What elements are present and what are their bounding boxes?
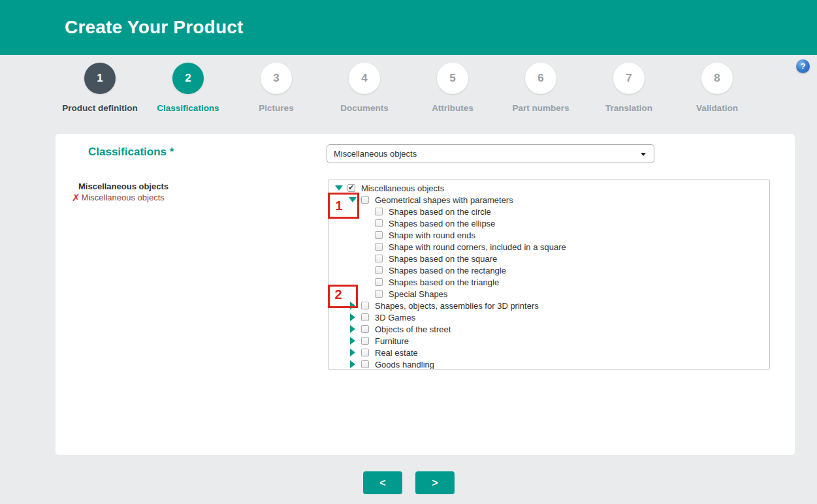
tree-node-label: Shapes based on the ellipse: [389, 219, 495, 228]
tree-row[interactable]: Miscellaneous objects: [328, 182, 769, 194]
next-step-button[interactable]: >: [415, 471, 455, 494]
stepper-step-validation[interactable]: 8 Validation: [675, 63, 760, 113]
tree-toggle-icon: [362, 266, 370, 274]
step-number-badge[interactable]: 2: [172, 63, 204, 94]
tree-toggle-icon: [362, 255, 370, 262]
tree-node-label: Goods handling: [375, 360, 434, 370]
tree-row[interactable]: Shapes based on the triangle: [328, 276, 769, 288]
classification-select[interactable]: Miscellaneous objects: [327, 144, 654, 163]
tree-row[interactable]: Objects of the street: [328, 323, 769, 335]
tree-checkbox[interactable]: [361, 325, 369, 333]
selected-classification-item[interactable]: ✗ Miscellaneous objects: [72, 193, 165, 202]
step-label: Validation: [675, 103, 760, 113]
tree-checkbox[interactable]: [375, 278, 383, 286]
tree-checkbox[interactable]: [375, 266, 383, 274]
step-number-badge[interactable]: 4: [349, 63, 380, 94]
previous-step-button[interactable]: <: [363, 471, 402, 494]
tree-node-label: Shape with round ends: [389, 230, 475, 240]
tree-checkbox[interactable]: [361, 302, 369, 309]
tree-collapsed-arrow-icon: [350, 349, 355, 356]
step-number-badge[interactable]: 5: [437, 63, 468, 94]
tree-toggle-icon[interactable]: [349, 337, 357, 345]
tree-row[interactable]: Shape with round ends: [328, 229, 769, 241]
tree-toggle-icon[interactable]: [349, 313, 357, 321]
tree-node-label: Shapes, objects, assemblies for 3D print…: [375, 301, 539, 311]
stepper-step-attributes[interactable]: 5 Attributes: [410, 63, 495, 113]
tree-row[interactable]: Shapes based on the rectangle: [328, 264, 769, 276]
tree-toggle-icon[interactable]: [335, 184, 343, 192]
page-header: Create Your Product: [0, 0, 817, 55]
select-dropdown-arrow-icon: [641, 153, 646, 156]
tree-checkbox[interactable]: [375, 231, 383, 239]
tree-node-label: Shapes based on the rectangle: [389, 266, 506, 276]
remove-classification-icon[interactable]: ✗: [72, 193, 80, 202]
tree-toggle-icon: [362, 231, 370, 239]
tree-toggle-icon: [362, 290, 370, 298]
stepper-step-product-definition[interactable]: 1 Product definition: [57, 63, 142, 113]
classification-select-value: Miscellaneous objects: [334, 149, 417, 159]
tree-collapsed-arrow-icon: [350, 325, 355, 333]
tree-row[interactable]: Furniture: [328, 335, 769, 347]
section-title: Classifications *: [88, 146, 174, 159]
tree-checkbox[interactable]: [375, 243, 383, 251]
step-label: Classifications: [146, 103, 231, 113]
tree-node-label: Miscellaneous objects: [361, 183, 444, 193]
tree-row[interactable]: Geometrical shapes with parameters: [328, 194, 769, 206]
tree-row[interactable]: 3D Games: [328, 311, 769, 323]
tree-checkbox[interactable]: [375, 219, 383, 227]
tree-toggle-icon[interactable]: [349, 325, 357, 333]
tree-checkbox[interactable]: [375, 255, 383, 262]
tree-checkbox[interactable]: [347, 184, 355, 192]
classification-tree: Miscellaneous objects Geometrical shapes…: [328, 180, 770, 370]
tree-checkbox[interactable]: [361, 196, 369, 204]
wizard-stepper: 1 Product definition 2 Classifications 3…: [0, 63, 817, 125]
tree-row[interactable]: Shape with round corners, included in a …: [328, 241, 769, 253]
step-number-badge[interactable]: 1: [84, 63, 116, 94]
tree-node-label: Geometrical shapes with parameters: [375, 195, 513, 205]
step-number-badge[interactable]: 8: [701, 63, 733, 94]
tree-toggle-icon[interactable]: [349, 360, 357, 368]
tree-toggle-icon[interactable]: [349, 302, 357, 309]
step-label: Attributes: [410, 103, 495, 113]
tree-checkbox[interactable]: [361, 360, 369, 368]
stepper-step-translation[interactable]: 7 Translation: [586, 63, 671, 113]
tree-checkbox[interactable]: [361, 337, 369, 345]
tree-checkbox[interactable]: [361, 349, 369, 356]
tree-row[interactable]: Real estate: [328, 347, 769, 358]
tree-toggle-icon[interactable]: [349, 196, 357, 204]
tree-row[interactable]: Shapes based on the square: [328, 253, 769, 264]
tree-node-label: Real estate: [375, 348, 418, 358]
tree-expanded-arrow-icon: [349, 197, 357, 202]
tree-node-label: Shapes based on the square: [389, 254, 497, 264]
tree-checkbox[interactable]: [375, 290, 383, 298]
page-title: Create Your Product: [65, 17, 244, 38]
step-number-badge[interactable]: 6: [525, 63, 556, 94]
stepper-step-pictures[interactable]: 3 Pictures: [234, 63, 319, 113]
tree-collapsed-arrow-icon: [350, 313, 355, 321]
tree-toggle-icon[interactable]: [349, 349, 357, 356]
tree-checkbox[interactable]: [361, 313, 369, 321]
step-number-badge[interactable]: 7: [613, 63, 645, 94]
tree-row[interactable]: Shapes based on the circle: [328, 206, 769, 217]
stepper-step-documents[interactable]: 4 Documents: [322, 63, 407, 113]
tree-toggle-icon: [362, 219, 370, 227]
tree-toggle-icon: [362, 278, 370, 286]
selected-classification-group-title: Miscellaneous objects: [78, 181, 168, 191]
stepper-step-part-numbers[interactable]: 6 Part numbers: [498, 63, 583, 113]
step-number-badge[interactable]: 3: [261, 63, 292, 94]
tree-node-label: Furniture: [375, 336, 409, 346]
step-label: Documents: [322, 103, 407, 113]
tree-row[interactable]: Shapes based on the ellipse: [328, 217, 769, 229]
tree-expanded-arrow-icon: [335, 185, 343, 191]
stepper-step-classifications[interactable]: 2 Classifications: [146, 63, 231, 113]
tree-node-label: Objects of the street: [375, 324, 451, 334]
tree-row[interactable]: Goods handling: [328, 358, 769, 370]
tree-toggle-icon: [362, 243, 370, 251]
tree-row[interactable]: Shapes, objects, assemblies for 3D print…: [328, 300, 769, 311]
tree-collapsed-arrow-icon: [350, 302, 355, 309]
tree-row[interactable]: Special Shapes: [328, 288, 769, 300]
tree-checkbox[interactable]: [375, 208, 383, 215]
tree-node-label: Shapes based on the circle: [389, 207, 491, 217]
selected-classification-label: Miscellaneous objects: [82, 193, 165, 202]
step-label: Part numbers: [498, 103, 583, 113]
